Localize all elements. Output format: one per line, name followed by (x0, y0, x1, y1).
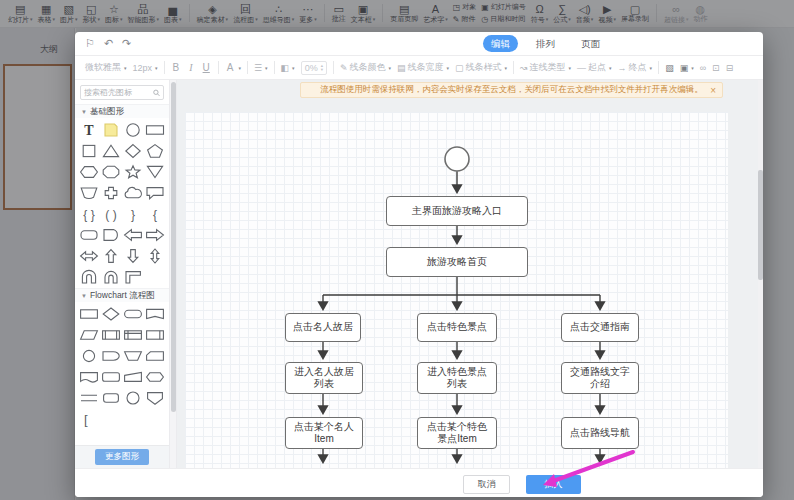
shape-display[interactable] (144, 303, 166, 324)
flow-node-attraction-list[interactable]: 进入特色景点 列表 (417, 362, 497, 394)
shape-decision[interactable] (100, 303, 122, 324)
end-point-button[interactable]: →终点▾ (618, 61, 653, 74)
shape-cloud[interactable] (122, 182, 144, 203)
shape-up-down-arrow[interactable] (144, 245, 166, 266)
shape-down-arrow[interactable] (122, 245, 144, 266)
shape-pentagon[interactable] (144, 140, 166, 161)
shape-delay[interactable] (100, 345, 122, 366)
tab-页面[interactable]: 页面 (573, 35, 608, 52)
shape-process[interactable] (78, 303, 100, 324)
flag-icon[interactable]: ⚐ (85, 38, 95, 49)
search-input[interactable] (84, 88, 153, 97)
font-color-button[interactable]: A▾ (225, 62, 241, 73)
flow-node-attraction-item[interactable]: 点击某个特色 景点Item (417, 417, 497, 449)
shape-stored-data[interactable] (144, 324, 166, 345)
theme-fill-button[interactable]: ▣▾ (680, 63, 694, 73)
flow-node-traffic-intro[interactable]: 交通路线文字 介绍 (561, 362, 639, 394)
section-title[interactable]: ▼Flowchart 流程图 (75, 288, 169, 302)
shape-circle[interactable] (122, 119, 144, 140)
shape-up-arrow[interactable] (100, 245, 122, 266)
shape-internal-storage[interactable] (122, 324, 144, 345)
underline-button[interactable]: U (201, 62, 212, 73)
font-family-select[interactable]: 微软雅黑▾ (85, 61, 127, 74)
shape-text[interactable]: T (78, 119, 100, 140)
shape-off-page-connector[interactable] (144, 387, 166, 408)
shape-terminator[interactable] (122, 303, 144, 324)
more-shapes-button[interactable]: 更多图形 (95, 449, 149, 465)
undo-icon[interactable]: ↶ (104, 38, 113, 49)
link-icon[interactable]: ∞ (700, 63, 706, 73)
flow-node-home[interactable]: 旅游攻略首页 (386, 247, 528, 277)
shape-rounded-process[interactable] (100, 387, 122, 408)
connector-type-button[interactable]: ↝连线类型▾ (520, 61, 571, 74)
shape-left-right-arrow[interactable] (78, 245, 100, 266)
shape-trapezoid[interactable] (78, 182, 100, 203)
tab-排列[interactable]: 排列 (528, 35, 563, 52)
shape-half-round[interactable] (100, 224, 122, 245)
close-icon[interactable]: × (710, 84, 716, 97)
redo-icon[interactable]: ↷ (122, 38, 131, 49)
paste-icon[interactable]: ⊟ (726, 63, 734, 73)
shape-or-junction[interactable] (122, 387, 144, 408)
shape-cross[interactable] (100, 182, 122, 203)
stepper-icons[interactable]: ▴▾ (321, 64, 323, 72)
shape-down-triangle[interactable] (144, 161, 166, 182)
shape-rectangle[interactable] (144, 119, 166, 140)
shape-connector[interactable] (78, 345, 100, 366)
shape-rounded-rectangle[interactable] (78, 224, 100, 245)
scrollbar-thumb[interactable] (758, 170, 763, 280)
fill-color-button[interactable]: ◧▾ (281, 63, 295, 73)
shape-predefined-process[interactable] (100, 324, 122, 345)
flowchart-canvas[interactable]: 流程图使用时需保持联网，内容会实时保存至云文档，关闭后可在云文档中找到文件并打开… (177, 80, 763, 468)
font-size-select[interactable]: 12px▾ (133, 63, 158, 73)
flow-node-click-attraction[interactable]: 点击特色景点 (417, 313, 497, 342)
canvas-scrollbar[interactable] (758, 80, 763, 468)
shape-left-brace[interactable]: { (144, 203, 166, 224)
shape-u-shape-2[interactable] (100, 266, 122, 287)
shape-manual-operation[interactable] (122, 345, 144, 366)
italic-button[interactable]: I (187, 62, 194, 73)
line-style-button[interactable]: ▢线条样式▾ (455, 61, 507, 74)
shape-parentheses[interactable]: ( ) (100, 203, 122, 224)
flow-node-route-nav[interactable]: 点击路线导航 (561, 417, 639, 449)
shape-l-shape[interactable] (122, 266, 144, 287)
shape-star[interactable] (122, 161, 144, 182)
flow-node-residence-item[interactable]: 点击某个名人 Item (285, 417, 363, 449)
shape-manual-input[interactable] (122, 366, 144, 387)
shape-speech-bubble[interactable] (144, 182, 166, 203)
flow-node-residence-list[interactable]: 进入名人故居 列表 (285, 362, 363, 394)
bold-button[interactable]: B (171, 62, 182, 73)
shape-document[interactable] (78, 366, 100, 387)
shape-card[interactable] (144, 345, 166, 366)
flow-node-click-residence[interactable]: 点击名人故居 (285, 313, 361, 342)
shape-bracket[interactable]: [ (78, 408, 100, 429)
shape-octagon[interactable] (100, 161, 122, 182)
opacity-input[interactable]: 0%▴▾ (301, 61, 327, 75)
shape-square[interactable] (78, 140, 100, 161)
shape-right-brace[interactable]: } (122, 203, 144, 224)
insert-button[interactable]: 插入 (526, 475, 581, 494)
panel-scrollbar[interactable] (170, 80, 177, 468)
start-point-button[interactable]: —起点▾ (577, 61, 612, 74)
shape-diamond[interactable] (122, 140, 144, 161)
tab-编辑[interactable]: 编辑 (483, 35, 518, 52)
shape-left-arrow[interactable] (122, 224, 144, 245)
shape-u-shape[interactable] (78, 266, 100, 287)
shape-right-arrow[interactable] (144, 224, 166, 245)
flow-node-click-traffic[interactable]: 点击交通指南 (561, 313, 639, 342)
section-title[interactable]: ▼基础图形 (75, 104, 169, 118)
image-icon[interactable]: ▧ (665, 63, 674, 73)
shape-hexagon[interactable] (78, 161, 100, 182)
shape-data[interactable] (78, 324, 100, 345)
shape-alternate-process[interactable] (100, 366, 122, 387)
shape-braces[interactable]: { } (78, 203, 100, 224)
shape-parallel-mode[interactable] (78, 387, 100, 408)
cancel-button[interactable]: 取消 (463, 475, 510, 494)
copy-icon[interactable]: ⊡ (712, 63, 720, 73)
scrollbar-thumb[interactable] (171, 82, 176, 412)
shape-sticky-note[interactable] (100, 119, 122, 140)
line-width-button[interactable]: ▤线条宽度▾ (397, 61, 449, 74)
shape-triangle[interactable] (100, 140, 122, 161)
flow-node-entry[interactable]: 主界面旅游攻略入口 (386, 196, 528, 226)
align-button[interactable]: ☰▾ (254, 63, 268, 73)
